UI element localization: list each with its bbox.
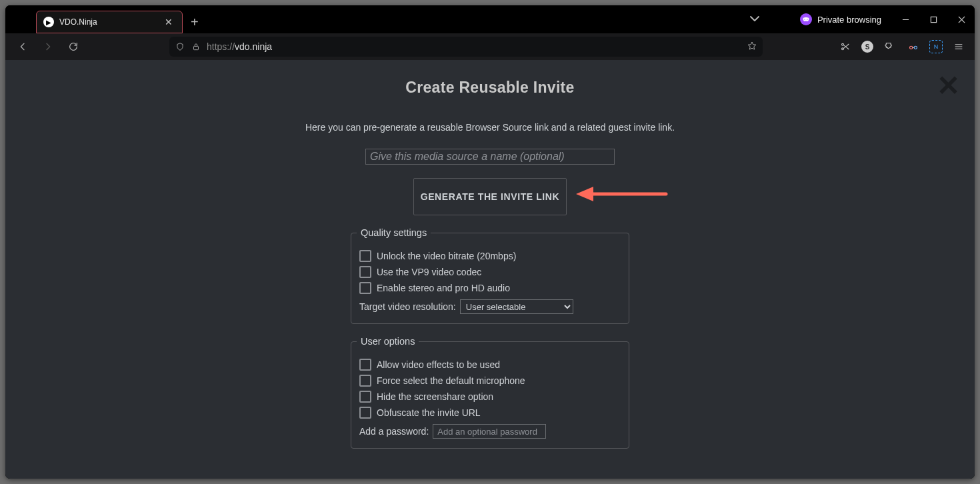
nav-reload-button[interactable] — [64, 37, 83, 56]
screenshare-option[interactable]: Hide the screenshare option — [359, 391, 621, 403]
password-label: Add a password: — [359, 426, 429, 437]
stereo-label: Enable stereo and pro HD audio — [377, 283, 510, 293]
close-tab-icon[interactable]: ✕ — [162, 16, 175, 28]
unlock-bitrate-checkbox[interactable] — [359, 250, 371, 262]
dialog-close-icon[interactable]: ✕ — [937, 72, 960, 100]
extension-n-icon[interactable]: N — [929, 40, 943, 53]
extension-scissors-icon[interactable] — [837, 39, 853, 55]
svg-point-10 — [914, 46, 917, 49]
private-browsing-label: Private browsing — [817, 15, 881, 25]
unlock-bitrate-label: Unlock the video bitrate (20mbps) — [377, 251, 516, 261]
new-tab-button[interactable]: + — [183, 11, 207, 33]
generate-invite-button[interactable]: GENERATE THE INVITE LINK — [413, 178, 567, 215]
extensions-puzzle-icon[interactable] — [881, 39, 897, 55]
annotation-arrow-icon — [576, 184, 669, 207]
bookmark-star-icon[interactable] — [747, 41, 757, 53]
user-options-panel: User options Allow video effects to be u… — [351, 336, 629, 449]
obfuscate-option[interactable]: Obfuscate the invite URL — [359, 407, 621, 419]
page-subtitle: Here you can pre-generate a reusable Bro… — [305, 122, 675, 133]
screenshare-label: Hide the screenshare option — [377, 391, 493, 402]
resolution-label: Target video resolution: — [359, 301, 456, 312]
vp9-checkbox[interactable] — [359, 266, 371, 278]
svg-point-8 — [842, 48, 844, 50]
nav-forward-button[interactable] — [39, 37, 57, 56]
lock-icon[interactable] — [191, 41, 201, 52]
toolbar: https://vdo.ninja S N — [5, 33, 975, 60]
tabs-dropdown-icon[interactable] — [745, 9, 764, 30]
unlock-bitrate-option[interactable]: Unlock the video bitrate (20mbps) — [359, 250, 621, 262]
svg-point-7 — [842, 43, 844, 45]
page-title: Create Reusable Invite — [405, 79, 574, 97]
url-text: https://vdo.ninja — [207, 41, 741, 52]
browser-window: ▶ VDO.Ninja ✕ + Private browsing — [5, 5, 975, 479]
password-input[interactable] — [433, 424, 546, 439]
stereo-option[interactable]: Enable stereo and pro HD audio — [359, 282, 621, 294]
mic-label: Force select the default microphone — [377, 375, 525, 386]
mask-icon — [800, 13, 812, 25]
effects-checkbox[interactable] — [359, 359, 371, 371]
vp9-option[interactable]: Use the VP9 video codec — [359, 266, 621, 278]
user-options-legend: User options — [357, 336, 419, 347]
extension-s-icon[interactable]: S — [861, 41, 873, 53]
svg-rect-6 — [194, 46, 199, 49]
extension-glasses-icon[interactable] — [905, 39, 921, 55]
svg-point-9 — [910, 46, 913, 49]
resolution-select[interactable]: User selectable — [460, 299, 573, 314]
effects-label: Allow video effects to be used — [377, 359, 500, 370]
private-browsing-badge: Private browsing — [800, 13, 881, 25]
browser-tab[interactable]: ▶ VDO.Ninja ✕ — [36, 11, 183, 33]
window-close-button[interactable] — [952, 10, 971, 29]
obfuscate-label: Obfuscate the invite URL — [377, 407, 481, 418]
shield-icon[interactable] — [175, 41, 185, 52]
source-name-input[interactable] — [365, 149, 615, 165]
svg-point-0 — [804, 19, 805, 20]
obfuscate-checkbox[interactable] — [359, 407, 371, 419]
mic-checkbox[interactable] — [359, 375, 371, 387]
svg-marker-15 — [576, 187, 593, 201]
mic-option[interactable]: Force select the default microphone — [359, 375, 621, 387]
url-bar[interactable]: https://vdo.ninja — [169, 37, 763, 57]
nav-back-button[interactable] — [13, 37, 32, 56]
window-maximize-button[interactable] — [924, 10, 943, 29]
vp9-label: Use the VP9 video codec — [377, 267, 481, 277]
stereo-checkbox[interactable] — [359, 282, 371, 294]
tab-strip: ▶ VDO.Ninja ✕ + Private browsing — [5, 5, 975, 33]
quality-settings-panel: Quality settings Unlock the video bitrat… — [351, 227, 629, 324]
svg-point-1 — [807, 19, 808, 20]
window-minimize-button[interactable] — [896, 10, 915, 29]
screenshare-checkbox[interactable] — [359, 391, 371, 403]
effects-option[interactable]: Allow video effects to be used — [359, 359, 621, 371]
page-content: ✕ Create Reusable Invite Here you can pr… — [5, 60, 975, 479]
quality-settings-legend: Quality settings — [357, 227, 431, 238]
tab-favicon: ▶ — [43, 17, 54, 27]
app-menu-icon[interactable] — [951, 39, 967, 55]
tab-title: VDO.Ninja — [59, 17, 157, 27]
svg-rect-3 — [931, 17, 936, 22]
